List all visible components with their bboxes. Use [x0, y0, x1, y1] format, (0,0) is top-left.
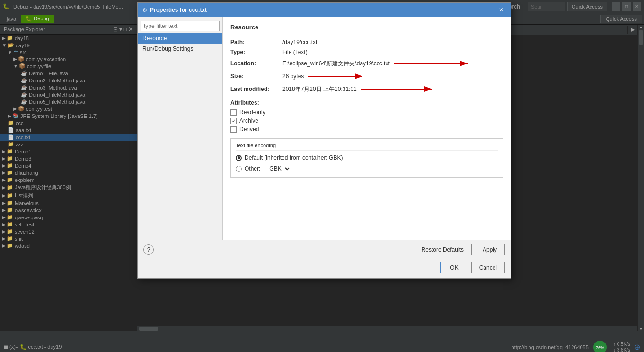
- attributes-title: Attributes:: [230, 99, 503, 106]
- apply-button[interactable]: Apply: [475, 244, 505, 255]
- resource-section-title: Resource: [230, 24, 503, 33]
- modified-arrow: [359, 84, 453, 94]
- help-button[interactable]: ?: [143, 244, 154, 255]
- size-arrow: [306, 72, 381, 81]
- path-value: /day19/ccc.txt: [282, 39, 317, 45]
- dialog-footer: ? Restore Defaults Apply: [138, 240, 511, 259]
- archive-checkbox[interactable]: ✓: [230, 118, 237, 124]
- dialog-sidebar-item-resource[interactable]: Resource: [138, 33, 222, 44]
- size-value: 26 bytes: [282, 73, 304, 80]
- dialog-title-icon: ⚙: [142, 7, 147, 13]
- restore-defaults-button[interactable]: Restore Defaults: [414, 244, 472, 255]
- dialog-body: Resource Run/Debug Settings Resource Pat…: [138, 17, 511, 240]
- path-label: Path:: [230, 39, 282, 45]
- derived-checkbox[interactable]: [230, 126, 237, 133]
- readonly-checkbox[interactable]: [230, 109, 237, 116]
- modified-value: 2018年7月20日 上午10:31:01: [282, 85, 357, 93]
- modified-label: Last modified:: [230, 86, 282, 92]
- encoding-title: Text file encoding: [236, 143, 498, 151]
- dialog-minimize-button[interactable]: —: [485, 5, 494, 15]
- type-label: Type:: [230, 49, 282, 55]
- dialog-sidebar: Resource Run/Debug Settings: [138, 17, 223, 240]
- resource-row-type: Type: File (Text): [230, 49, 503, 55]
- other-encoding-radio[interactable]: [236, 166, 242, 172]
- dialog-sidebar-item-rundebug[interactable]: Run/Debug Settings: [138, 44, 222, 54]
- archive-row: ✓ Archive: [230, 117, 503, 124]
- dialog-close-button[interactable]: ✕: [496, 5, 506, 15]
- dialog-title-text: Properties for ccc.txt: [150, 7, 207, 13]
- readonly-row: Read-only: [230, 109, 503, 116]
- location-arrow: [392, 59, 486, 68]
- location-value: E:\eclipse_win64\新建文件夹\day19\ccc.txt: [282, 60, 390, 68]
- other-encoding-select[interactable]: GBK: [265, 164, 291, 173]
- readonly-label: Read-only: [239, 109, 265, 116]
- dialog-overlay: ⚙ Properties for ccc.txt — ✕ Resource: [0, 0, 644, 352]
- properties-dialog: ⚙ Properties for ccc.txt — ✕ Resource: [137, 2, 511, 279]
- default-encoding-radio[interactable]: [236, 155, 242, 161]
- location-label: Location:: [230, 60, 282, 67]
- dialog-filter-input[interactable]: [141, 21, 220, 31]
- cancel-button[interactable]: Cancel: [471, 262, 505, 273]
- dialog-filter-container: [138, 19, 222, 33]
- resource-row-modified: Last modified: 2018年7月20日 上午10:31:01: [230, 84, 503, 94]
- other-encoding-row: Other: GBK: [236, 164, 498, 173]
- type-value: File (Text): [282, 49, 308, 55]
- dialog-content: Resource Path: /day19/ccc.txt Type: File…: [223, 17, 511, 240]
- default-encoding-label: Default (inherited from container: GBK): [245, 154, 343, 161]
- resource-row-size: Size: 26 bytes: [230, 72, 503, 81]
- encoding-section: Text file encoding Default (inherited fr…: [230, 138, 503, 178]
- ok-button[interactable]: OK: [440, 262, 468, 273]
- archive-label: Archive: [239, 117, 258, 124]
- resource-row-path: Path: /day19/ccc.txt: [230, 39, 503, 45]
- size-label: Size:: [230, 73, 282, 80]
- resource-row-location: Location: E:\eclipse_win64\新建文件夹\day19\c…: [230, 59, 503, 68]
- other-encoding-label: Other:: [245, 165, 260, 172]
- derived-label: Derived: [239, 126, 259, 133]
- default-encoding-row: Default (inherited from container: GBK): [236, 154, 498, 161]
- derived-row: Derived: [230, 126, 503, 133]
- dialog-titlebar: ⚙ Properties for ccc.txt — ✕: [138, 3, 511, 17]
- dialog-ok-cancel: OK Cancel: [138, 259, 511, 278]
